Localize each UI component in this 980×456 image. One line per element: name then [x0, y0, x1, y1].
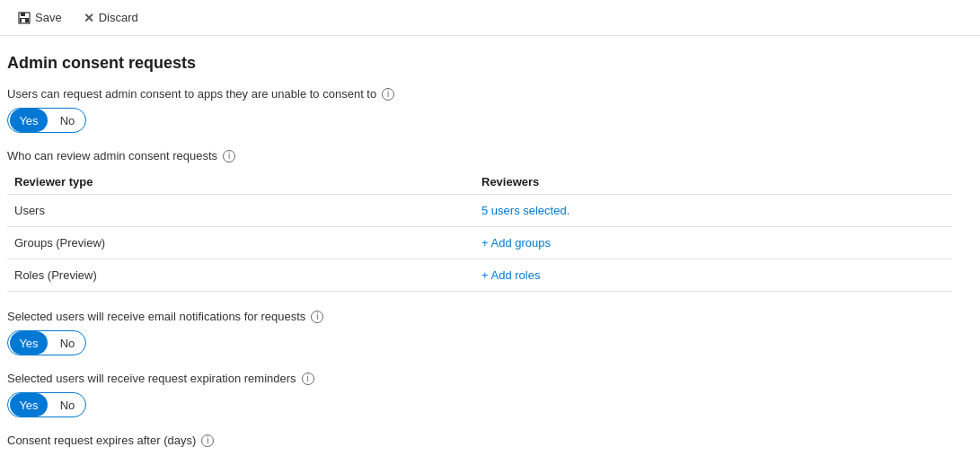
- users-can-request-label: Users can request admin consent to apps …: [7, 87, 952, 101]
- expiration-reminders-info-icon[interactable]: i: [302, 373, 314, 385]
- users-request-yes[interactable]: Yes: [10, 109, 48, 132]
- discard-label: Discard: [99, 11, 138, 24]
- svg-rect-1: [21, 13, 25, 16]
- email-notifications-info-icon[interactable]: i: [311, 311, 323, 323]
- col-reviewer-type: Reviewer type: [7, 170, 474, 195]
- reviewers-roles: + Add roles: [474, 259, 952, 292]
- reviewer-table: Reviewer type Reviewers Users 5 users se…: [7, 170, 952, 292]
- expires-after-label: Consent request expires after (days) i: [7, 434, 952, 447]
- page-title: Admin consent requests: [7, 54, 952, 73]
- users-request-no[interactable]: No: [49, 109, 85, 132]
- svg-rect-3: [22, 19, 25, 22]
- col-reviewers: Reviewers: [474, 170, 952, 195]
- who-can-review-info-icon[interactable]: i: [223, 150, 235, 162]
- save-icon: [18, 12, 31, 24]
- email-notifications-toggle[interactable]: Yes No: [7, 330, 86, 355]
- table-row: Groups (Preview) + Add groups: [7, 227, 952, 259]
- discard-button[interactable]: ✕ Discard: [80, 9, 142, 27]
- email-notifications-label: Selected users will receive email notifi…: [7, 310, 952, 323]
- expiration-reminders-toggle[interactable]: Yes No: [7, 392, 86, 417]
- reviewer-type-roles: Roles (Preview): [7, 259, 474, 292]
- users-selected-link[interactable]: 5 users selected.: [481, 204, 569, 217]
- save-label: Save: [35, 11, 62, 24]
- x-icon: ✕: [84, 11, 94, 25]
- expiration-reminders-yes[interactable]: Yes: [10, 393, 48, 417]
- expiration-reminders-label: Selected users will receive request expi…: [7, 372, 952, 385]
- expiration-reminders-no[interactable]: No: [49, 393, 85, 417]
- who-can-review-label: Who can review admin consent requests i: [7, 149, 952, 162]
- main-content: Admin consent requests Users can request…: [0, 36, 970, 456]
- reviewers-users: 5 users selected.: [474, 195, 952, 227]
- table-row: Roles (Preview) + Add roles: [7, 259, 952, 292]
- reviewers-groups: + Add groups: [474, 227, 952, 259]
- reviewer-type-users: Users: [7, 195, 474, 227]
- email-notifications-yes[interactable]: Yes: [10, 331, 48, 355]
- save-button[interactable]: Save: [14, 9, 66, 26]
- users-request-info-icon[interactable]: i: [382, 88, 394, 101]
- expires-after-info-icon[interactable]: i: [201, 434, 214, 447]
- email-notifications-no[interactable]: No: [49, 331, 85, 355]
- add-roles-link[interactable]: + Add roles: [481, 268, 540, 282]
- table-header-row: Reviewer type Reviewers: [7, 170, 952, 195]
- add-groups-link[interactable]: + Add groups: [481, 236, 551, 250]
- table-row: Users 5 users selected.: [7, 195, 952, 227]
- users-request-toggle[interactable]: Yes No: [7, 108, 86, 133]
- toolbar: Save ✕ Discard: [0, 0, 980, 36]
- reviewer-type-groups: Groups (Preview): [7, 227, 474, 259]
- consent-expires-section: Consent request expires after (days) i: [7, 434, 952, 456]
